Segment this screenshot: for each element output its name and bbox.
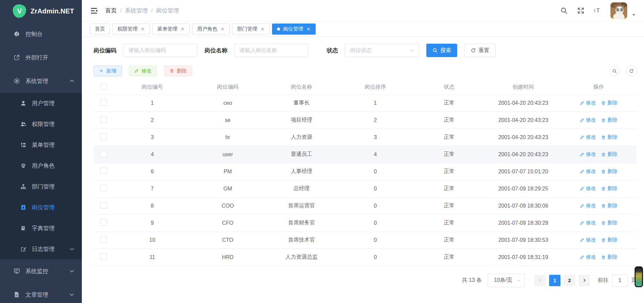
row-delete-label: 删除 — [607, 203, 618, 209]
cell-id: 11 — [114, 249, 191, 266]
row-edit-button[interactable]: 修改 — [580, 168, 596, 175]
tab-menus[interactable]: 菜单管理 — [152, 24, 190, 35]
cell-sort: 3 — [338, 129, 412, 146]
row-checkbox[interactable] — [100, 168, 107, 174]
row-checkbox[interactable] — [100, 236, 107, 243]
sidebar-item-depts[interactable]: 部门管理 — [0, 176, 82, 197]
font-size-icon[interactable]: tT — [594, 7, 601, 14]
sidebar-item-external[interactable]: 外部打开 — [0, 46, 82, 69]
row-delete-button[interactable]: 删除 — [601, 254, 618, 260]
sidebar-item-system[interactable]: 系统管理 — [0, 69, 82, 93]
cell-sort: 0 — [338, 180, 412, 197]
sidebar-item-menus[interactable]: 菜单管理 — [0, 134, 82, 155]
row-edit-button[interactable]: 修改 — [580, 185, 596, 192]
menu-fold-icon[interactable] — [90, 7, 98, 15]
cell-name: 人力资源总监 — [265, 249, 338, 266]
select-all-checkbox[interactable] — [100, 83, 107, 90]
trash-icon — [601, 169, 606, 174]
row-checkbox[interactable] — [100, 202, 107, 209]
goto-page-input[interactable] — [612, 274, 628, 287]
post-code-input[interactable] — [123, 44, 197, 57]
row-edit-button[interactable]: 修改 — [580, 237, 596, 243]
close-icon[interactable] — [141, 27, 145, 31]
row-edit-button[interactable]: 修改 — [580, 134, 596, 140]
pencil-icon — [134, 69, 139, 73]
cell-id: 1 — [114, 94, 191, 112]
post-name-input[interactable] — [234, 44, 308, 57]
row-checkbox[interactable] — [100, 116, 107, 123]
close-icon[interactable] — [306, 27, 311, 31]
edit-button[interactable]: 修改 — [129, 66, 157, 76]
post-code-label: 岗位编码 — [94, 47, 116, 54]
row-delete-button[interactable]: 删除 — [601, 185, 618, 192]
sidebar-item-articles[interactable]: 文章管理 — [0, 283, 82, 303]
pencil-icon — [580, 204, 584, 208]
row-delete-button[interactable]: 删除 — [601, 117, 618, 123]
tab-home[interactable]: 首页 — [90, 24, 110, 35]
row-delete-button[interactable]: 删除 — [601, 220, 618, 226]
sidebar-item-posts[interactable]: 岗位管理 — [0, 197, 82, 218]
row-edit-button[interactable]: 修改 — [580, 254, 596, 260]
row-checkbox[interactable] — [100, 150, 107, 157]
cell-id: 7 — [114, 180, 191, 197]
row-edit-button[interactable]: 修改 — [580, 203, 596, 209]
tab-depts[interactable]: 部门管理 — [232, 24, 270, 35]
sidebar-item-monitor[interactable]: 系统监控 — [0, 259, 82, 283]
caret-down-icon[interactable] — [632, 13, 636, 17]
sidebar-item-roles[interactable]: 用户角色 — [0, 155, 82, 176]
chevron-down-icon — [68, 268, 75, 274]
avatar[interactable] — [610, 2, 627, 19]
close-icon[interactable] — [180, 27, 185, 31]
row-edit-button[interactable]: 修改 — [580, 100, 596, 106]
row-checkbox[interactable] — [100, 219, 107, 226]
close-icon[interactable] — [220, 27, 225, 31]
tab-posts[interactable]: 岗位管理 — [272, 24, 316, 35]
prev-page-button[interactable] — [534, 275, 546, 286]
row-edit-button[interactable]: 修改 — [580, 117, 596, 123]
row-delete-button[interactable]: 删除 — [601, 237, 618, 243]
sidebar-item-dict[interactable]: 字典管理 — [0, 218, 82, 239]
page-size-select[interactable]: 10条/页 — [488, 274, 525, 287]
row-edit-button[interactable]: 修改 — [580, 151, 596, 158]
sidebar-item-perms[interactable]: 权限管理 — [0, 114, 82, 134]
refresh-table-icon[interactable] — [626, 66, 637, 76]
row-delete-button[interactable]: 删除 — [601, 134, 618, 140]
row-checkbox[interactable] — [100, 253, 107, 260]
search-icon[interactable] — [560, 7, 568, 14]
row-checkbox[interactable] — [100, 99, 107, 106]
page-button-2[interactable]: 2 — [564, 275, 575, 286]
cell-name: 普通员工 — [265, 146, 338, 163]
close-icon[interactable] — [260, 27, 265, 31]
row-delete-button[interactable]: 删除 — [601, 151, 618, 158]
reset-button[interactable]: 重置 — [464, 44, 496, 57]
row-delete-button[interactable]: 删除 — [601, 100, 618, 106]
toggle-search-icon[interactable] — [609, 66, 620, 76]
tab-perms[interactable]: 权限管理 — [112, 24, 150, 35]
next-page-button[interactable] — [579, 275, 590, 286]
row-delete-button[interactable]: 删除 — [601, 168, 618, 175]
breadcrumb-item[interactable]: 首页 — [105, 7, 117, 14]
delete-button[interactable]: 删除 — [164, 66, 192, 76]
tab-roles[interactable]: 用户角色 — [192, 24, 230, 35]
row-checkbox[interactable] — [100, 133, 107, 140]
cell-sort: 0 — [338, 197, 412, 214]
search-button[interactable]: 搜索 — [426, 44, 457, 57]
robot-icon — [20, 163, 26, 169]
row-delete-label: 删除 — [607, 185, 618, 192]
sidebar-item-users[interactable]: 用户管理 — [0, 93, 82, 114]
pencil-icon — [580, 169, 584, 174]
row-delete-button[interactable]: 删除 — [601, 203, 618, 209]
scroll-indicator-widget[interactable] — [635, 266, 643, 287]
row-edit-button[interactable]: 修改 — [580, 220, 596, 226]
row-checkbox[interactable] — [100, 185, 107, 191]
add-button[interactable]: 新增 — [94, 66, 122, 76]
status-select[interactable]: 岗位状态 — [345, 44, 419, 57]
table-row: 4user普通员工4正常2001-04-20 20:43:23修改删除 — [94, 146, 637, 163]
fullscreen-icon[interactable] — [577, 7, 585, 14]
sidebar-item-logs[interactable]: 日志管理 — [0, 239, 82, 259]
cell-name: 首席运营官 — [265, 197, 338, 214]
sidebar-item-console[interactable]: 控制台 — [0, 22, 82, 46]
cell-created: 2001-07-09 18:30:53 — [486, 231, 560, 249]
page-button-1[interactable]: 1 — [549, 275, 560, 286]
table-row: 11HRD人力资源总监0正常2001-07-09 18:31:19修改删除 — [94, 249, 637, 266]
